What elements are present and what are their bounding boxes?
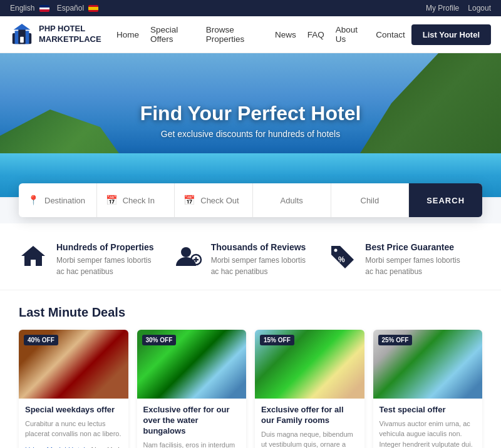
nav-news[interactable]: News	[275, 30, 296, 39]
deal-card-2: 15% OFF Exclusive offer for all our Fami…	[255, 330, 364, 448]
location-icon: 📍	[28, 195, 39, 206]
deal-badge-1: 30% OFF	[142, 335, 177, 345]
search-button[interactable]: SEARCH	[409, 183, 482, 217]
svg-point-10	[334, 249, 338, 252]
flag-en-icon	[39, 5, 49, 12]
adults-field	[253, 183, 331, 217]
nav-faq[interactable]: FAQ	[307, 30, 324, 39]
top-bar-right: My Profile Logout	[426, 4, 491, 13]
destination-field: 📍	[19, 183, 97, 217]
logo[interactable]: PHP HOTEL MARKETPLACE	[10, 23, 110, 46]
feature-properties-title: Hundreds of Properties	[56, 242, 161, 252]
child-input[interactable]	[340, 196, 400, 205]
house-icon	[19, 242, 48, 271]
nav-browse-properties[interactable]: Browse Properties	[206, 25, 264, 44]
checkin-input[interactable]	[123, 196, 166, 205]
checkin-field: 📅	[97, 183, 175, 217]
deal-desc-2: Duis magna neque, bibendum ut vestibulum…	[261, 429, 358, 448]
search-bar: 📍 📅 📅 SEARCH	[19, 183, 482, 217]
deal-img-wrap-3: 25% OFF	[373, 330, 483, 399]
deal-title-2: Exclusive offer for all our Family rooms	[261, 405, 358, 426]
lang-en-link[interactable]: English	[10, 4, 49, 13]
checkout-field: 📅	[175, 183, 253, 217]
deal-body-3: Test special offer Vivamus auctor enim u…	[373, 399, 483, 448]
checkout-input[interactable]	[200, 196, 244, 205]
feature-properties-desc: Morbi semper fames lobortis ac hac penat…	[56, 255, 161, 277]
deal-body-0: Special weekdays offer Curabitur a nunc …	[19, 399, 128, 448]
main-nav: Home Special Offers Browse Properties Ne…	[116, 25, 405, 44]
deal-img-wrap-0: 40% OFF	[19, 330, 128, 399]
my-profile-link[interactable]: My Profile	[426, 4, 459, 13]
lang-es-link[interactable]: Español	[57, 4, 99, 13]
deal-img-wrap-1: 30% OFF	[137, 330, 247, 399]
feature-reviews-title: Thousands of Reviews	[211, 242, 316, 252]
svg-text:%: %	[338, 255, 345, 264]
lang-es-label: Español	[57, 4, 84, 13]
svg-marker-5	[14, 24, 31, 30]
deal-badge-2: 15% OFF	[260, 335, 294, 345]
deals-section: Last Minute Deals 40% OFF Special weekda…	[0, 290, 501, 448]
deal-card-1: 30% OFF Exclusive offer for our over the…	[137, 330, 247, 448]
deal-desc-3: Vivamus auctor enim urna, ac vehicula au…	[380, 419, 477, 448]
deal-body-1: Exclusive offer for our over the water b…	[137, 399, 247, 448]
deal-card-3: 25% OFF Test special offer Vivamus aucto…	[373, 330, 483, 448]
feature-price: % Best Price Guarantee Morbi semper fame…	[328, 242, 482, 277]
deal-title-0: Special weekdays offer	[25, 405, 122, 415]
nav-contact[interactable]: Contact	[376, 30, 405, 39]
deal-card-0: 40% OFF Special weekdays offer Curabitur…	[19, 330, 128, 448]
child-field	[331, 183, 410, 217]
hero-section: Find Your Perfect Hotel Get exclusive di…	[0, 53, 501, 197]
svg-point-6	[181, 247, 191, 257]
svg-rect-4	[20, 37, 24, 43]
language-switcher: English Español	[10, 4, 98, 13]
hero-title: Find Your Perfect Hotel	[140, 102, 361, 125]
deals-section-title: Last Minute Deals	[19, 305, 482, 320]
hero-subtitle: Get exclusive discounts for hundreds of …	[140, 129, 361, 139]
features-section: Hundreds of Properties Morbi semper fame…	[0, 223, 501, 290]
logout-link[interactable]: Logout	[468, 4, 491, 13]
top-bar: English Español My Profile Logout	[0, 0, 501, 16]
lang-en-label: English	[10, 4, 34, 13]
adults-input[interactable]	[262, 196, 322, 205]
deal-badge-0: 40% OFF	[24, 335, 58, 345]
destination-input[interactable]	[44, 196, 88, 205]
deals-grid: 40% OFF Special weekdays offer Curabitur…	[19, 330, 482, 448]
feature-reviews-desc: Morbi semper fames lobortis ac hac penat…	[211, 255, 316, 277]
deal-img-wrap-2: 15% OFF	[255, 330, 364, 399]
nav-about-us[interactable]: About Us	[336, 25, 364, 44]
header: PHP HOTEL MARKETPLACE Home Special Offer…	[0, 16, 501, 53]
deal-title-3: Test special offer	[380, 405, 477, 415]
logo-text: PHP HOTEL MARKETPLACE	[39, 24, 101, 45]
feature-properties: Hundreds of Properties Morbi semper fame…	[19, 242, 173, 277]
tag-percent-icon: %	[328, 242, 356, 271]
feature-price-title: Best Price Guarantee	[365, 242, 470, 252]
calendar-icon: 📅	[106, 195, 118, 206]
deal-title-1: Exclusive offer for our over the water b…	[143, 405, 240, 437]
nav-home[interactable]: Home	[116, 30, 139, 39]
checkout-calendar-icon: 📅	[183, 195, 195, 206]
deal-badge-3: 25% OFF	[378, 335, 413, 345]
deal-desc-0: Curabitur a nunc eu lectus placerat conv…	[25, 419, 122, 439]
feature-price-desc: Morbi semper fames lobortis ac hac penat…	[365, 255, 470, 277]
list-your-hotel-button[interactable]: List Your Hotel	[411, 24, 491, 45]
feature-reviews: Thousands of Reviews Morbi semper fames …	[173, 242, 328, 277]
deal-desc-1: Nam facilisis, eros in interdum posuere,…	[143, 440, 240, 448]
deal-body-2: Exclusive offer for all our Family rooms…	[255, 399, 364, 448]
logo-icon	[10, 23, 34, 46]
nav-special-offers[interactable]: Special Offers	[150, 25, 195, 44]
person-plus-icon	[173, 242, 202, 271]
hero-content: Find Your Perfect Hotel Get exclusive di…	[140, 102, 361, 149]
flag-es-icon	[88, 5, 98, 12]
